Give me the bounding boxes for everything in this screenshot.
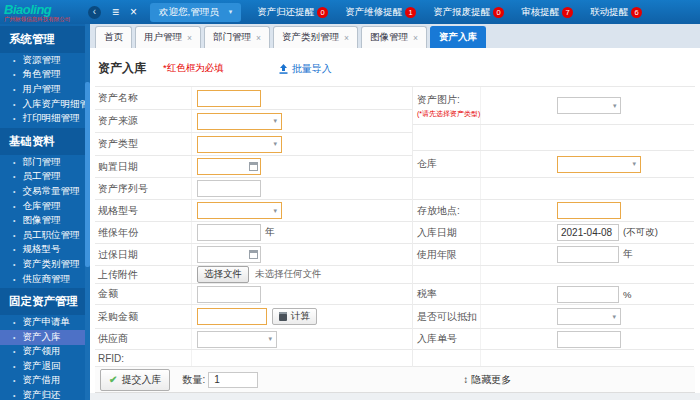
purchase-amount-input[interactable] [197, 308, 267, 325]
batch-import-label: 批量导入 [292, 62, 332, 76]
notice-count-badge: 0 [493, 7, 504, 18]
sidebar-item-label: 用户管理 [22, 83, 60, 96]
tab[interactable]: 首页 [95, 26, 132, 48]
sidebar-item[interactable]: •资产领用 [0, 345, 90, 360]
service-life-input[interactable] [557, 246, 619, 263]
tax-rate-input[interactable] [557, 286, 619, 303]
tab[interactable]: 图像管理× [361, 26, 427, 48]
sidebar-item-label: 资产类别管理 [22, 258, 79, 271]
field-wrapper [197, 246, 261, 263]
tab-close-icon[interactable]: × [413, 33, 418, 43]
check-icon: ✔ [109, 374, 117, 385]
sidebar-item-label: 资产退回 [22, 360, 60, 373]
deductible-select[interactable]: ▾ [557, 308, 621, 325]
topbar: Biaoling 广州标领信息科技有限公司 ‹ ≡ × 欢迎您,管理员 ▾ 资产… [0, 0, 700, 24]
sidebar-item[interactable]: •资产申请单 [0, 315, 90, 330]
storage-location-input[interactable] [557, 202, 621, 219]
notice-item[interactable]: 资产报废提醒0 [433, 6, 504, 19]
sidebar-item[interactable]: •部门管理 [0, 155, 90, 170]
notice-item[interactable]: 资产归还提醒0 [257, 6, 328, 19]
notice-item[interactable]: 审核提醒7 [521, 6, 573, 19]
field-label-text: 采购金额 [98, 310, 191, 324]
sidebar-item[interactable]: •角色管理 [0, 68, 90, 83]
asset-name-input[interactable] [197, 90, 261, 107]
scrollbar-thumb[interactable] [85, 82, 90, 267]
field-label-text: RFID: [98, 353, 191, 364]
warranty-years-label: 维保年份 [95, 222, 192, 243]
sidebar-item-label: 员工职位管理 [22, 229, 79, 242]
sidebar-item[interactable]: •用户管理 [0, 82, 90, 97]
warehouse-select[interactable]: ▾ [557, 156, 641, 173]
field-wrapper [557, 246, 619, 263]
sidebar-item[interactable]: •资产借用 [0, 374, 90, 389]
toggle-more-button[interactable]: ↕ 隐藏更多 [463, 373, 511, 387]
amount-input[interactable] [197, 286, 261, 303]
sidebar-item[interactable]: •图像管理 [0, 213, 90, 228]
field-wrapper [557, 286, 619, 303]
notice-item[interactable]: 资产维修提醒1 [345, 6, 416, 19]
sidebar-item[interactable]: •资产归还 [0, 388, 90, 400]
bullet-icon: • [13, 203, 15, 210]
sidebar-item-label: 资产归还 [22, 389, 60, 400]
field-label-text: 规格型号 [98, 204, 191, 218]
tab[interactable]: 资产入库 [430, 26, 486, 48]
sidebar-collapse-button[interactable]: ‹ [88, 6, 101, 19]
supplier-select[interactable]: ▾ [197, 331, 277, 348]
field-label-text: 入库日期 [417, 226, 480, 240]
sidebar-scrollbar[interactable] [85, 24, 90, 400]
inbound-date-input[interactable] [557, 224, 619, 241]
notice-item[interactable]: 联动提醒6 [590, 6, 642, 19]
sidebar-item[interactable]: •入库资产明细管理 [0, 97, 90, 112]
bullet-icon: • [13, 377, 15, 384]
tab[interactable]: 部门管理× [204, 26, 270, 48]
batch-import-link[interactable]: 批量导入 [279, 62, 332, 76]
sidebar-item[interactable]: •交易常量管理 [0, 184, 90, 199]
sidebar-item[interactable]: •打印明细管理 [0, 111, 90, 126]
spacer-cell [413, 178, 481, 199]
sidebar-item[interactable]: •资产退回 [0, 359, 90, 374]
close-icon[interactable]: × [130, 5, 137, 19]
calculate-button[interactable]: 计算 [272, 308, 317, 325]
logo: Biaoling 广州标领信息科技有限公司 [0, 3, 88, 22]
sidebar-item-label: 图像管理 [22, 214, 60, 227]
user-menu-button[interactable]: 欢迎您,管理员 ▾ [150, 3, 241, 22]
bullet-icon: • [13, 173, 15, 180]
content-area: 首页用户管理×部门管理×资产类别管理×图像管理×资产入库 资产入库 *红色框为必… [90, 24, 700, 400]
warranty-years-input[interactable] [197, 224, 261, 241]
sidebar-item[interactable]: •资产入库 [0, 330, 90, 345]
bullet-icon: • [13, 115, 15, 122]
serial-number-input[interactable] [197, 180, 261, 197]
calendar-icon[interactable] [249, 162, 258, 171]
sidebar-item[interactable]: •资产类别管理 [0, 257, 90, 272]
field-suffix-text: % [623, 289, 631, 300]
notice-count-badge: 1 [405, 7, 416, 18]
field-label-text: 存放地点: [417, 204, 480, 218]
notice-label: 资产维修提醒 [345, 6, 402, 19]
calendar-icon[interactable] [249, 250, 258, 259]
sidebar-item[interactable]: •规格型号 [0, 243, 90, 258]
tab-close-icon[interactable]: × [344, 33, 349, 43]
asset-source-select[interactable]: ▾ [197, 113, 282, 130]
inbound-order-no-input[interactable] [557, 331, 621, 348]
field-wrapper [197, 180, 261, 197]
tab-close-icon[interactable]: × [187, 33, 192, 43]
tab[interactable]: 用户管理× [135, 26, 201, 48]
quantity-input[interactable] [208, 372, 258, 388]
asset-image-select[interactable]: ▾ [557, 97, 621, 114]
sidebar-item[interactable]: •员工管理 [0, 170, 90, 185]
spec-model-select[interactable]: ▾ [197, 202, 282, 219]
hamburger-menu-icon[interactable]: ≡ [112, 5, 119, 19]
sidebar-item[interactable]: •资源管理 [0, 53, 90, 68]
sidebar-item[interactable]: •仓库管理 [0, 199, 90, 214]
field-label-text: 资产类型 [98, 137, 191, 151]
bullet-icon: • [13, 232, 15, 239]
submit-inbound-button[interactable]: ✔ 提交入库 [100, 369, 170, 391]
storage-location-row: 存放地点: [413, 200, 694, 222]
tab[interactable]: 资产类别管理× [273, 26, 358, 48]
sidebar-section-header: 固定资产管理 [0, 288, 90, 315]
sidebar-item[interactable]: •供应商管理 [0, 272, 90, 287]
asset-type-select[interactable]: ▾ [197, 136, 282, 153]
choose-file-button[interactable]: 选择文件 [197, 266, 249, 283]
tab-close-icon[interactable]: × [256, 33, 261, 43]
sidebar-item[interactable]: •员工职位管理 [0, 228, 90, 243]
